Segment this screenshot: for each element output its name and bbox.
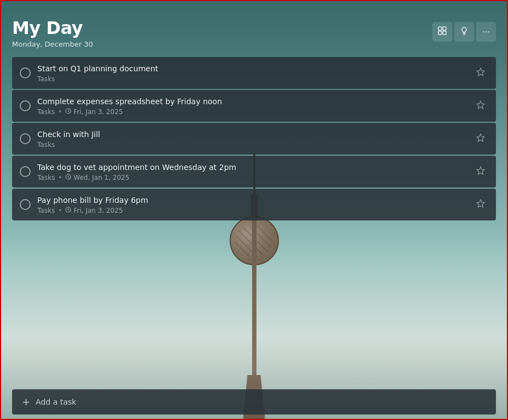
task-item[interactable]: Take dog to vet appointment on Wednesday… xyxy=(12,156,496,188)
task-content: Take dog to vet appointment on Wednesday… xyxy=(37,162,466,181)
task-due: Fri, Jan 3, 2025 xyxy=(65,108,123,116)
task-title: Take dog to vet appointment on Wednesday… xyxy=(37,162,466,172)
more-icon: ··· xyxy=(482,27,489,37)
star-icon xyxy=(476,166,485,177)
task-content: Start on Q1 planning document Tasks xyxy=(37,64,466,83)
task-meta: Tasks xyxy=(37,75,466,83)
task-title: Check in with Jill xyxy=(37,129,466,139)
task-item[interactable]: Pay phone bill by Friday 6pm Tasks • Fri… xyxy=(12,189,496,220)
task-star-button[interactable] xyxy=(473,131,488,146)
app-date: Monday, December 30 xyxy=(12,40,93,48)
suggestions-button[interactable] xyxy=(454,22,474,42)
task-content: Check in with Jill Tasks xyxy=(37,129,466,149)
header-left: My Day Monday, December 30 xyxy=(12,19,93,48)
header-actions: ··· xyxy=(432,22,496,42)
task-meta: Tasks • Fri, Jan 3, 2025 xyxy=(37,108,466,116)
task-item[interactable]: Start on Q1 planning document Tasks xyxy=(12,57,496,89)
task-star-button[interactable] xyxy=(473,197,488,212)
task-checkbox[interactable] xyxy=(20,166,31,177)
layout-button[interactable] xyxy=(432,22,452,42)
task-title: Complete expenses spreadsheet by Friday … xyxy=(37,97,466,106)
task-title: Pay phone bill by Friday 6pm xyxy=(37,195,466,205)
task-content: Complete expenses spreadsheet by Friday … xyxy=(37,97,466,116)
task-due: Wed, Jan 1, 2025 xyxy=(65,174,129,181)
svg-rect-1 xyxy=(443,27,446,30)
star-icon xyxy=(476,100,485,111)
task-list-name: Tasks xyxy=(37,207,55,214)
svg-rect-2 xyxy=(438,31,442,35)
app-container: My Day Monday, December 30 xyxy=(0,0,508,420)
due-icon xyxy=(65,174,71,181)
task-dot: • xyxy=(58,207,62,214)
task-item[interactable]: Check in with Jill Tasks xyxy=(12,123,496,155)
more-options-button[interactable]: ··· xyxy=(476,22,496,42)
task-item[interactable]: Complete expenses spreadsheet by Friday … xyxy=(12,90,496,122)
svg-marker-7 xyxy=(477,134,484,141)
due-date: Fri, Jan 3, 2025 xyxy=(73,207,123,214)
due-date: Fri, Jan 3, 2025 xyxy=(73,108,123,116)
task-list-name: Tasks xyxy=(37,174,55,181)
task-title: Start on Q1 planning document xyxy=(37,64,466,73)
task-meta: Tasks • Fri, Jan 3, 2025 xyxy=(37,207,466,214)
task-checkbox[interactable] xyxy=(20,133,31,144)
task-list-name: Tasks xyxy=(37,141,55,149)
task-content: Pay phone bill by Friday 6pm Tasks • Fri… xyxy=(37,195,466,214)
add-task-bar[interactable]: + Add a task xyxy=(12,389,496,415)
task-list-name: Tasks xyxy=(37,75,55,83)
task-dot: • xyxy=(58,108,62,116)
due-icon xyxy=(65,207,71,214)
task-star-button[interactable] xyxy=(473,164,488,179)
layout-icon xyxy=(438,26,447,37)
tasks-list: Start on Q1 planning document Tasks Comp… xyxy=(8,57,500,220)
task-checkbox[interactable] xyxy=(20,199,31,210)
task-checkbox[interactable] xyxy=(20,100,31,111)
svg-marker-11 xyxy=(477,200,484,207)
bulb-icon xyxy=(460,26,469,37)
task-star-button[interactable] xyxy=(473,98,488,113)
svg-marker-6 xyxy=(477,101,484,109)
star-icon xyxy=(476,133,485,144)
svg-marker-9 xyxy=(477,167,484,174)
task-checkbox[interactable] xyxy=(20,67,31,78)
svg-rect-3 xyxy=(443,31,446,35)
svg-marker-4 xyxy=(477,68,484,76)
star-icon xyxy=(476,199,485,210)
due-icon xyxy=(65,108,71,116)
task-due: Fri, Jan 3, 2025 xyxy=(65,207,123,214)
star-icon xyxy=(476,67,485,78)
task-meta: Tasks xyxy=(37,141,466,149)
main-panel: My Day Monday, December 30 xyxy=(8,8,500,412)
due-date: Wed, Jan 1, 2025 xyxy=(73,174,129,181)
task-meta: Tasks • Wed, Jan 1, 2025 xyxy=(37,174,466,181)
task-list-name: Tasks xyxy=(37,108,55,116)
task-star-button[interactable] xyxy=(473,65,488,81)
header: My Day Monday, December 30 xyxy=(8,8,500,57)
add-icon: + xyxy=(22,397,30,407)
app-title: My Day xyxy=(12,19,93,38)
add-task-label: Add a task xyxy=(36,398,76,406)
task-dot: • xyxy=(58,174,62,181)
svg-rect-0 xyxy=(438,27,442,30)
